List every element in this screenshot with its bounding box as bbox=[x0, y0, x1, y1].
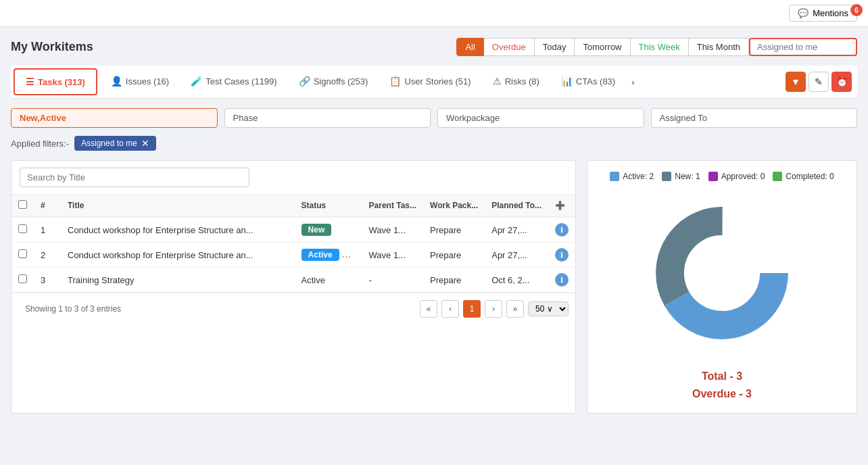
search-input[interactable] bbox=[20, 168, 249, 187]
applied-filters-label: Applied filters:- bbox=[11, 139, 69, 149]
table-header-row: # Title Status Parent Tas... Work Pack..… bbox=[11, 195, 575, 217]
table-row: 3 Training Strategy Active - Prepare Oct… bbox=[11, 268, 575, 293]
tab-more-button[interactable]: › bbox=[626, 70, 640, 94]
legend-active-label: Active: 2 bbox=[623, 172, 654, 181]
legend-new: New: 1 bbox=[662, 172, 700, 181]
tab-test-cases[interactable]: 🧪 Test Cases (1199) bbox=[180, 69, 288, 95]
filter-tomorrow-button[interactable]: Tomorrow bbox=[575, 38, 630, 56]
legend-active-dot bbox=[610, 172, 619, 181]
info-icon-3[interactable]: ℹ bbox=[555, 273, 569, 287]
edit-icon-button[interactable]: ✎ bbox=[809, 72, 829, 92]
user-stories-icon: 📋 bbox=[389, 76, 401, 87]
row-status-2: Active … bbox=[295, 243, 362, 268]
row-parent-3: - bbox=[362, 268, 423, 293]
col-header-parent: Parent Tas... bbox=[362, 195, 423, 217]
row-num-1: 1 bbox=[34, 217, 61, 243]
donut-svg bbox=[648, 199, 796, 347]
filter-all-button[interactable]: All bbox=[456, 38, 483, 56]
filter-overdue-button[interactable]: Overdue bbox=[484, 38, 535, 56]
ctas-icon: 📊 bbox=[561, 76, 573, 87]
status-dropdown[interactable]: New,Active bbox=[11, 108, 218, 128]
pag-first-button[interactable]: « bbox=[420, 300, 437, 318]
search-row bbox=[11, 161, 575, 195]
filter-icon-button[interactable]: ▼ bbox=[786, 72, 806, 92]
tab-ctas[interactable]: 📊 CTAs (83) bbox=[550, 69, 626, 95]
pag-prev-button[interactable]: ‹ bbox=[441, 300, 459, 318]
legend-approved: Approved: 0 bbox=[708, 172, 765, 181]
dots-button-2[interactable]: … bbox=[341, 249, 351, 260]
tab-actions: ▼ ✎ ⏰ bbox=[786, 72, 857, 92]
table-panel: # Title Status Parent Tas... Work Pack..… bbox=[11, 160, 576, 414]
topbar: 💬 Mentions 6 bbox=[0, 0, 868, 27]
content-area: # Title Status Parent Tas... Work Pack..… bbox=[11, 160, 857, 414]
legend-completed: Completed: 0 bbox=[773, 172, 834, 181]
filter-today-button[interactable]: Today bbox=[535, 38, 575, 56]
signoffs-icon: 🔗 bbox=[299, 76, 310, 87]
total-label: Total - 3 bbox=[692, 368, 752, 385]
row-checkbox-2[interactable] bbox=[18, 249, 27, 258]
filter-bar: All Overdue Today Tomorrow This Week Thi… bbox=[456, 38, 857, 56]
pagination-row: Showing 1 to 3 of 3 entries « ‹ 1 › » 50… bbox=[11, 293, 575, 324]
test-cases-icon: 🧪 bbox=[191, 76, 202, 87]
mentions-label: Mentions bbox=[813, 8, 848, 18]
row-checkbox-3[interactable] bbox=[18, 274, 27, 283]
chart-panel: Active: 2 New: 1 Approved: 0 Completed: … bbox=[587, 160, 857, 414]
row-work-1: Prepare bbox=[423, 217, 485, 243]
legend-approved-label: Approved: 0 bbox=[721, 172, 765, 181]
main-container: My Workitems All Overdue Today Tomorrow … bbox=[0, 27, 868, 424]
filter-this-week-button[interactable]: This Week bbox=[631, 38, 689, 56]
row-num-3: 3 bbox=[34, 268, 61, 293]
pag-next-button[interactable]: › bbox=[485, 300, 502, 318]
table-wrapper: # Title Status Parent Tas... Work Pack..… bbox=[11, 195, 575, 293]
mentions-button[interactable]: 💬 Mentions bbox=[789, 5, 857, 22]
tab-user-stories-label: User Stories (51) bbox=[404, 76, 471, 87]
col-header-status: Status bbox=[295, 195, 362, 217]
clock-icon-button[interactable]: ⏰ bbox=[831, 72, 852, 92]
tab-tasks[interactable]: ☰ Tasks (313) bbox=[14, 68, 97, 95]
tasks-icon: ☰ bbox=[26, 76, 34, 87]
legend-completed-label: Completed: 0 bbox=[786, 172, 834, 181]
row-status-1: New bbox=[295, 217, 362, 243]
col-header-add[interactable]: ➕ bbox=[548, 195, 575, 217]
tab-issues[interactable]: 👤 Issues (16) bbox=[100, 69, 180, 95]
tab-test-cases-label: Test Cases (1199) bbox=[206, 76, 277, 87]
donut-chart bbox=[648, 199, 796, 347]
filter-dropdowns: New,Active Phase Workpackage Assigned To bbox=[11, 108, 857, 128]
filter-tag-assigned-me: Assigned to me ✕ bbox=[74, 136, 156, 151]
row-work-3: Prepare bbox=[423, 268, 485, 293]
filter-tag-label: Assigned to me bbox=[81, 139, 137, 148]
row-checkbox-1[interactable] bbox=[18, 224, 27, 233]
row-planned-3: Oct 6, 2... bbox=[485, 268, 548, 293]
tab-risks-label: Risks (8) bbox=[505, 76, 539, 87]
select-all-checkbox[interactable] bbox=[18, 200, 27, 209]
tab-signoffs[interactable]: 🔗 Signoffs (253) bbox=[288, 69, 379, 95]
info-icon-1[interactable]: ℹ bbox=[555, 223, 569, 237]
page-title: My Workitems bbox=[11, 40, 93, 54]
legend-new-dot bbox=[662, 172, 671, 181]
donut-center bbox=[685, 236, 759, 310]
per-page-select[interactable]: 50 ∨ 25 100 bbox=[528, 301, 569, 316]
row-parent-1: Wave 1... bbox=[362, 217, 423, 243]
tab-user-stories[interactable]: 📋 User Stories (51) bbox=[379, 69, 481, 95]
legend-approved-dot bbox=[708, 172, 718, 181]
assigned-to-input[interactable] bbox=[749, 38, 857, 56]
tab-issues-label: Issues (16) bbox=[126, 76, 169, 87]
row-title-2: Conduct workshop for Enterprise Structur… bbox=[61, 243, 295, 268]
info-icon-2[interactable]: ℹ bbox=[555, 248, 569, 262]
filter-this-month-button[interactable]: This Month bbox=[689, 38, 749, 56]
issues-icon: 👤 bbox=[111, 76, 122, 87]
notification-badge[interactable]: 6 bbox=[850, 4, 863, 16]
phase-dropdown[interactable]: Phase bbox=[224, 108, 431, 128]
pag-page-1-button[interactable]: 1 bbox=[463, 300, 481, 318]
row-title-1: Conduct workshop for Enterprise Structur… bbox=[61, 217, 295, 243]
tab-signoffs-label: Signoffs (253) bbox=[314, 76, 368, 87]
assigned-to-dropdown[interactable]: Assigned To bbox=[651, 108, 858, 128]
legend-active: Active: 2 bbox=[610, 172, 654, 181]
filter-tag-close-button[interactable]: ✕ bbox=[141, 138, 149, 149]
overdue-label: Overdue - 3 bbox=[692, 385, 752, 403]
pag-last-button[interactable]: » bbox=[506, 300, 524, 318]
legend-new-label: New: 1 bbox=[675, 172, 700, 181]
workpackage-dropdown[interactable]: Workpackage bbox=[437, 108, 644, 128]
col-header-title: Title bbox=[61, 195, 295, 217]
tab-risks[interactable]: ⚠ Risks (8) bbox=[482, 69, 550, 95]
